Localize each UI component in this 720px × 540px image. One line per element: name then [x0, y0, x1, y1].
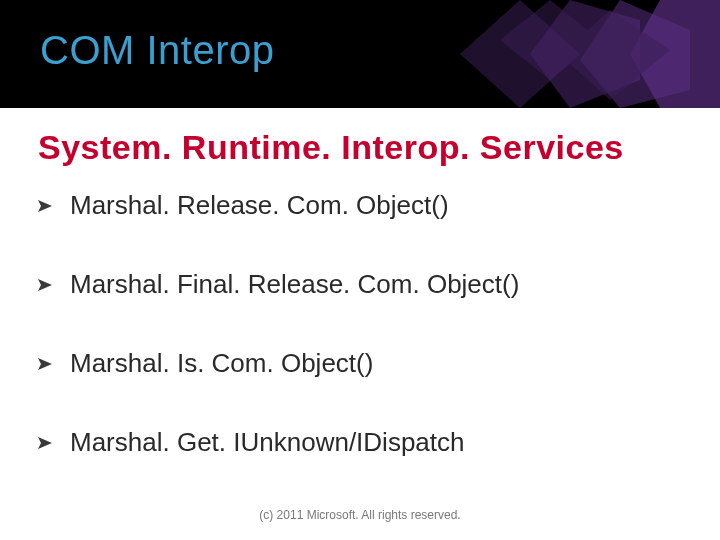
- bullet-arrow-icon: [38, 434, 60, 452]
- footer-copyright: (c) 2011 Microsoft. All rights reserved.: [0, 508, 720, 522]
- svg-marker-7: [38, 279, 52, 291]
- bullet-arrow-icon: [38, 276, 60, 294]
- bullet-text: Marshal. Get. IUnknown/IDispatch: [70, 427, 465, 458]
- slide: COM Interop System. Runtime. Interop. Se…: [0, 0, 720, 540]
- svg-marker-2: [580, 0, 690, 108]
- subheading: System. Runtime. Interop. Services: [38, 128, 624, 167]
- svg-marker-1: [530, 0, 640, 108]
- bullet-text: Marshal. Release. Com. Object(): [70, 190, 449, 221]
- list-item: Marshal. Get. IUnknown/IDispatch: [38, 427, 682, 458]
- bullet-text: Marshal. Final. Release. Com. Object(): [70, 269, 519, 300]
- svg-marker-8: [38, 358, 52, 370]
- list-item: Marshal. Final. Release. Com. Object(): [38, 269, 682, 300]
- list-item: Marshal. Release. Com. Object(): [38, 190, 682, 221]
- svg-marker-5: [560, 10, 670, 100]
- svg-marker-3: [630, 0, 720, 108]
- header-decoration: [460, 0, 720, 108]
- list-item: Marshal. Is. Com. Object(): [38, 348, 682, 379]
- bullet-list: Marshal. Release. Com. Object() Marshal.…: [38, 190, 682, 506]
- slide-title: COM Interop: [40, 28, 274, 73]
- svg-marker-9: [38, 437, 52, 449]
- svg-marker-4: [500, 0, 600, 80]
- bullet-arrow-icon: [38, 197, 60, 215]
- svg-marker-6: [38, 200, 52, 212]
- bullet-text: Marshal. Is. Com. Object(): [70, 348, 373, 379]
- svg-marker-0: [460, 0, 580, 108]
- bullet-arrow-icon: [38, 355, 60, 373]
